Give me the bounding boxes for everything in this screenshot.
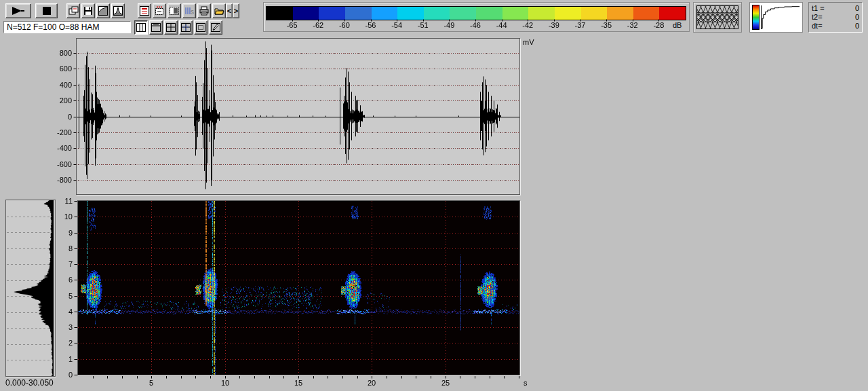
color-scale-tick-label: -56 <box>363 21 379 29</box>
mean-spectrum-plot[interactable] <box>6 200 55 376</box>
oscillogram-unit-label: mV <box>523 38 534 46</box>
wf-ytick-label: 200 <box>46 96 72 105</box>
color-scale-tick-label: -60 <box>336 21 353 29</box>
sg-ftick-label: 8 <box>56 244 73 253</box>
color-scale-tick-label: -44 <box>494 21 510 29</box>
color-scale-tick-label: -35 <box>598 21 614 29</box>
color-scale-tick-label: -65 <box>284 21 300 29</box>
wf-ytick-label: -600 <box>46 160 72 168</box>
color-scale-tick-label: -62 <box>310 21 326 29</box>
time-range-label: 0.000-30.050 <box>5 379 54 387</box>
color-scale-tick-label: -42 <box>519 21 536 29</box>
color-scale-tick-label: -37 <box>572 21 589 29</box>
sg-ttick-label: 10 <box>217 379 233 387</box>
sg-ftick-label: 0 <box>56 371 73 379</box>
wf-ytick-label: -800 <box>46 176 72 184</box>
spectrogram-plot[interactable] <box>78 201 519 375</box>
color-scale-tick-label: -32 <box>625 21 641 29</box>
sg-ftick-label: 6 <box>56 276 73 284</box>
wf-ytick-label: 0 <box>46 113 72 121</box>
oscillogram-plot[interactable] <box>77 39 519 194</box>
sg-ttick-label: 25 <box>437 379 454 387</box>
oscillogram-frame <box>76 38 520 195</box>
sg-ftick-label: 3 <box>56 323 73 331</box>
sg-ftick-label: 11 <box>56 197 73 205</box>
color-scale-tick-label: -54 <box>389 21 405 29</box>
sg-ftick-label: 10 <box>56 212 73 221</box>
sg-ftick-label: 5 <box>56 292 73 300</box>
sg-ttick-label: 20 <box>363 379 380 387</box>
color-scale-tick-label: -28 <box>650 21 667 29</box>
sg-ftick-label: 4 <box>56 308 73 316</box>
mean-spectrum-frame <box>5 200 56 377</box>
sg-ftick-label: 2 <box>56 339 73 347</box>
wf-ytick-label: 600 <box>46 64 72 73</box>
time-unit-label: s <box>524 379 528 387</box>
wf-ytick-label: 400 <box>46 81 72 89</box>
sg-ttick-label: 5 <box>143 379 159 387</box>
sg-ftick-label: 1 <box>56 355 73 363</box>
wf-ytick-label: 800 <box>46 49 72 57</box>
sg-ftick-label: 9 <box>56 229 73 237</box>
sg-ttick-label: 15 <box>290 379 307 387</box>
spectrogram-frame <box>77 200 520 375</box>
sg-ftick-label: 7 <box>56 260 73 268</box>
color-scale-tick-label: -39 <box>546 21 562 29</box>
wf-ytick-label: -400 <box>46 144 72 152</box>
color-scale-tick-label: -46 <box>467 21 484 29</box>
color-scale-tick-label: -51 <box>415 21 431 29</box>
color-scale-tick-label: -49 <box>441 21 457 29</box>
wf-ytick-label: -200 <box>46 128 72 136</box>
app-window: s < > N=512 F=100 O=88 HAM dB <box>0 0 868 391</box>
